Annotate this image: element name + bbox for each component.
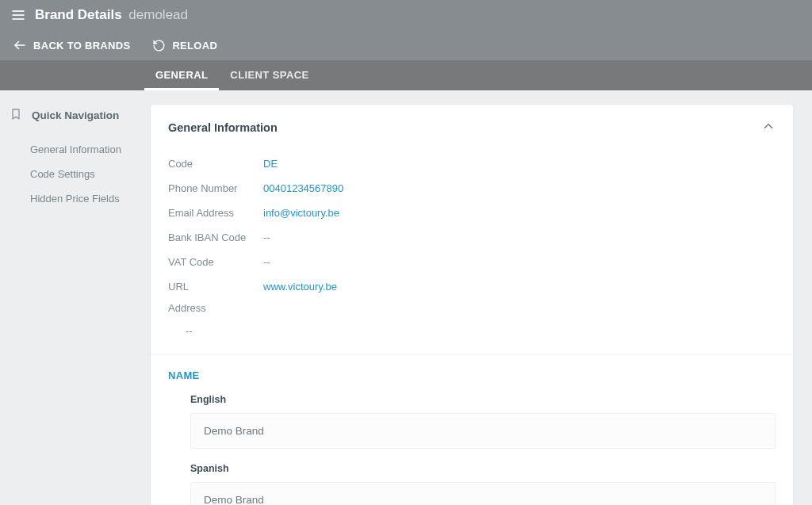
label-code: Code	[168, 158, 263, 170]
value-email[interactable]: info@victoury.be	[263, 207, 339, 219]
label-phone: Phone Number	[168, 182, 263, 194]
quick-navigation: Quick Navigation General Information Cod…	[0, 90, 144, 211]
value-iban: --	[263, 231, 270, 243]
label-email: Email Address	[168, 207, 263, 219]
tabbar: GENERAL CLIENT SPACE	[0, 60, 812, 90]
label-english: English	[190, 394, 776, 413]
input-name-english[interactable]	[190, 413, 776, 449]
label-iban: Bank IBAN Code	[168, 231, 263, 243]
value-phone[interactable]: 00401234567890	[263, 182, 343, 194]
page-title: Brand Details demolead	[35, 7, 188, 23]
chevron-up-icon[interactable]	[761, 119, 776, 136]
card-title: General Information	[168, 121, 278, 134]
value-vat: --	[263, 256, 270, 268]
value-url[interactable]: www.victoury.be	[263, 281, 337, 293]
back-label: BACK TO BRANDS	[33, 40, 130, 52]
value-address: --	[168, 314, 776, 342]
qn-code-settings[interactable]: Code Settings	[10, 162, 144, 186]
tab-client-space[interactable]: CLIENT SPACE	[219, 61, 320, 90]
general-information-card: General Information Code DE Phone Number…	[151, 105, 793, 505]
label-url: URL	[168, 281, 263, 293]
qn-hidden-price-fields[interactable]: Hidden Price Fields	[10, 186, 144, 211]
label-vat: VAT Code	[168, 256, 263, 268]
menu-icon[interactable]	[10, 6, 27, 24]
reload-label: RELOAD	[172, 40, 217, 52]
page-title-sub: demolead	[128, 7, 188, 22]
value-code[interactable]: DE	[263, 158, 278, 170]
quick-nav-heading: Quick Navigation	[32, 109, 119, 121]
name-section-heading: NAME	[168, 369, 776, 394]
reload-icon	[152, 39, 166, 52]
bookmark-icon	[10, 108, 22, 123]
input-name-spanish[interactable]	[190, 482, 776, 505]
label-spanish: Spanish	[190, 463, 776, 482]
arrow-left-icon	[13, 38, 27, 52]
divider	[151, 354, 793, 355]
reload-button[interactable]: RELOAD	[146, 34, 224, 57]
qn-general-information[interactable]: General Information	[10, 137, 144, 162]
page-title-main: Brand Details	[35, 7, 122, 22]
label-address: Address	[168, 299, 776, 314]
tab-general[interactable]: GENERAL	[144, 61, 219, 90]
back-to-brands-button[interactable]: BACK TO BRANDS	[6, 33, 136, 57]
